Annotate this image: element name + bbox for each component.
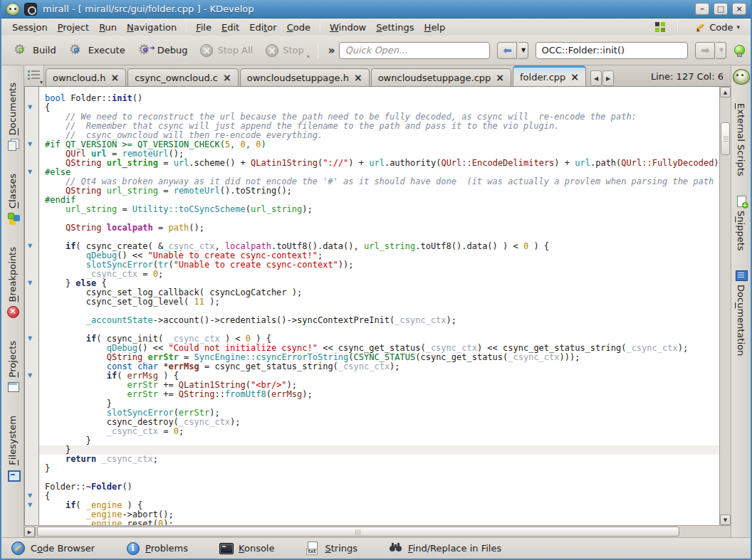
maximize-button[interactable]: □ bbox=[714, 3, 728, 15]
navigate-forward-button[interactable]: ➡ bbox=[695, 42, 715, 59]
fold-marker-icon[interactable]: ▼ bbox=[28, 493, 32, 499]
folding-gutter[interactable]: ▼▼▼▼▼▼▼▼▼ bbox=[25, 87, 39, 525]
bottom-item-find-replace-in-files[interactable]: Find/Replace in Files bbox=[389, 541, 501, 555]
dock-item-filesystem[interactable]: Filesystem bbox=[6, 416, 19, 481]
document-list-button[interactable]: ▾ bbox=[24, 65, 44, 86]
minimize-button[interactable]: – bbox=[695, 3, 709, 15]
dock-item-label: Documentation bbox=[736, 285, 746, 356]
horizontal-scrollbar[interactable]: ◀ ▶ bbox=[24, 525, 731, 537]
dock-item-label: External Scripts bbox=[736, 103, 746, 176]
tab-close-icon[interactable]: × bbox=[354, 73, 362, 82]
pencil-icon bbox=[694, 21, 706, 33]
code-line[interactable]: csync_set_log_level( 11 ); bbox=[39, 297, 719, 307]
tab-csync-owncloud-c[interactable]: csync_owncloud.c× bbox=[127, 68, 239, 86]
code-line[interactable]: _csync_ctx = 0; bbox=[39, 427, 719, 436]
context-combo[interactable] bbox=[536, 42, 688, 59]
code-line[interactable]: _accountState->account()->credentials()-… bbox=[39, 316, 719, 325]
tab-close-icon[interactable]: × bbox=[496, 73, 504, 82]
bottom-item-label: Find/Replace in Files bbox=[408, 543, 501, 554]
code-line[interactable]: QString localpath = path(); bbox=[39, 223, 719, 233]
tab-label: owncloudsetuppage.h bbox=[247, 73, 349, 83]
code-line[interactable]: } bbox=[39, 464, 719, 473]
menu-item-editor[interactable]: Editor bbox=[244, 21, 282, 34]
prev-tab-button[interactable]: ◀ bbox=[590, 70, 602, 86]
code-line[interactable]: QString url_string = url.scheme() + QLat… bbox=[39, 159, 719, 168]
menu-item-code[interactable]: Code bbox=[282, 21, 315, 34]
debug-button[interactable]: Debug bbox=[132, 40, 194, 60]
code-line[interactable]: url_string = Utility::toCSyncScheme(url_… bbox=[39, 205, 719, 214]
forward-history-dropdown[interactable]: ▼ bbox=[716, 42, 726, 59]
menu-item-file[interactable]: File bbox=[191, 21, 216, 34]
bottom-item-code-browser[interactable]: Code Browser bbox=[11, 541, 95, 555]
tab-owncloud-h[interactable]: owncloud.h× bbox=[46, 68, 126, 86]
code-line[interactable]: Folder::~Folder() bbox=[39, 482, 719, 492]
menu-item-navigation[interactable]: Navigation bbox=[122, 21, 182, 34]
code-editor[interactable]: bool Folder::init(){ // We need to recon… bbox=[39, 87, 719, 525]
vertical-scroll-thumb[interactable] bbox=[721, 122, 730, 155]
dock-item-snippets[interactable]: Snippets bbox=[735, 195, 748, 251]
fold-marker-icon[interactable]: ▼ bbox=[28, 105, 32, 110]
code-line[interactable] bbox=[39, 473, 719, 482]
code-line[interactable]: errStr += QString::fromUtf8(errMsg); bbox=[39, 390, 719, 399]
code-line[interactable]: return _csync_ctx; bbox=[39, 455, 719, 464]
menu-item-run[interactable]: Run bbox=[94, 21, 122, 34]
scroll-down-button[interactable]: ▼ bbox=[720, 514, 731, 525]
dock-item-breakpoints[interactable]: Breakpoints bbox=[6, 247, 19, 317]
execute-button[interactable]: Execute bbox=[63, 40, 132, 60]
code-line[interactable]: _csync_ctx = 0; bbox=[39, 270, 719, 279]
code-line[interactable]: _engine.reset(0); bbox=[39, 519, 719, 525]
scroll-up-button[interactable]: ▲ bbox=[720, 87, 731, 97]
fold-marker-icon[interactable]: ▼ bbox=[28, 373, 32, 379]
stop-all-button[interactable]: Stop All bbox=[194, 41, 259, 60]
menu-item-session[interactable]: Session bbox=[7, 21, 53, 34]
tab-owncloudsetuppage-cpp[interactable]: owncloudsetuppage.cpp× bbox=[371, 68, 511, 86]
fold-marker-icon[interactable]: ▼ bbox=[28, 280, 32, 286]
dock-item-documents[interactable]: Documents bbox=[6, 83, 19, 151]
bottom-item-problems[interactable]: Problems bbox=[126, 541, 188, 555]
debug-gear-icon bbox=[138, 43, 153, 58]
code-mode-button[interactable]: Code ▾ bbox=[689, 19, 745, 35]
menu-item-window[interactable]: Window bbox=[325, 21, 371, 34]
back-history-dropdown[interactable]: ▼ bbox=[518, 42, 528, 59]
menu-separator bbox=[677, 22, 678, 32]
dock-item-documentation[interactable]: Documentation bbox=[735, 269, 748, 356]
scroll-right-button[interactable]: ▶ bbox=[24, 527, 35, 537]
fold-marker-icon[interactable]: ▼ bbox=[28, 502, 32, 508]
tab-close-icon[interactable]: × bbox=[570, 73, 579, 81]
bottom-item-strings[interactable]: txtStrings bbox=[306, 541, 357, 555]
code-line[interactable]: bool Folder::init() bbox=[39, 94, 719, 103]
tab-folder-cpp[interactable]: folder.cpp× bbox=[513, 65, 586, 86]
vertical-scrollbar[interactable]: ▲ ▼ bbox=[719, 87, 731, 525]
bottom-item-konsole[interactable]: Konsole bbox=[219, 541, 274, 555]
menu-item-settings[interactable]: Settings bbox=[371, 21, 419, 34]
next-tab-button[interactable]: ▶ bbox=[602, 70, 614, 86]
build-button[interactable]: Build bbox=[7, 40, 63, 60]
code-line[interactable]: } bbox=[39, 436, 719, 445]
lightbulb-icon[interactable] bbox=[733, 45, 744, 56]
quick-open-input[interactable] bbox=[339, 42, 490, 59]
dock-item-external-scripts[interactable]: External Scripts bbox=[736, 103, 746, 176]
dock-item-projects[interactable]: Projects bbox=[6, 341, 19, 393]
menu-item-edit[interactable]: Edit bbox=[216, 21, 244, 34]
tab-close-icon[interactable]: × bbox=[110, 73, 119, 82]
navigate-back-button[interactable]: ⬅ bbox=[497, 42, 517, 59]
green-squares-icon[interactable] bbox=[655, 22, 666, 33]
toolbar-overflow-button[interactable]: » bbox=[325, 44, 338, 57]
fold-marker-icon[interactable]: ▼ bbox=[28, 336, 32, 342]
dock-item-classes[interactable]: Classes bbox=[6, 174, 19, 224]
horizontal-scroll-thumb[interactable] bbox=[37, 527, 679, 537]
menu-item-help[interactable]: Help bbox=[419, 21, 451, 34]
tab-close-icon[interactable]: × bbox=[223, 73, 231, 82]
code-line[interactable]: QString url_string = remoteUrl().toStrin… bbox=[39, 186, 719, 196]
menu-item-project[interactable]: Project bbox=[53, 21, 95, 34]
kdevelop-corner-icon bbox=[733, 69, 750, 85]
toolbar-separator bbox=[318, 43, 318, 58]
stop-button[interactable]: Stop▾ bbox=[259, 41, 310, 60]
fold-marker-icon[interactable]: ▼ bbox=[28, 142, 32, 147]
fold-marker-icon[interactable]: ▼ bbox=[28, 243, 32, 249]
tab-owncloudsetuppage-h[interactable]: owncloudsetuppage.h× bbox=[240, 68, 370, 86]
menu-bar: SessionProjectRunNavigationFileEditEdito… bbox=[1, 19, 751, 36]
close-button[interactable]: × bbox=[732, 3, 746, 15]
fold-marker-icon[interactable]: ▼ bbox=[28, 169, 32, 175]
chevron-down-icon: ▾ bbox=[307, 53, 310, 60]
